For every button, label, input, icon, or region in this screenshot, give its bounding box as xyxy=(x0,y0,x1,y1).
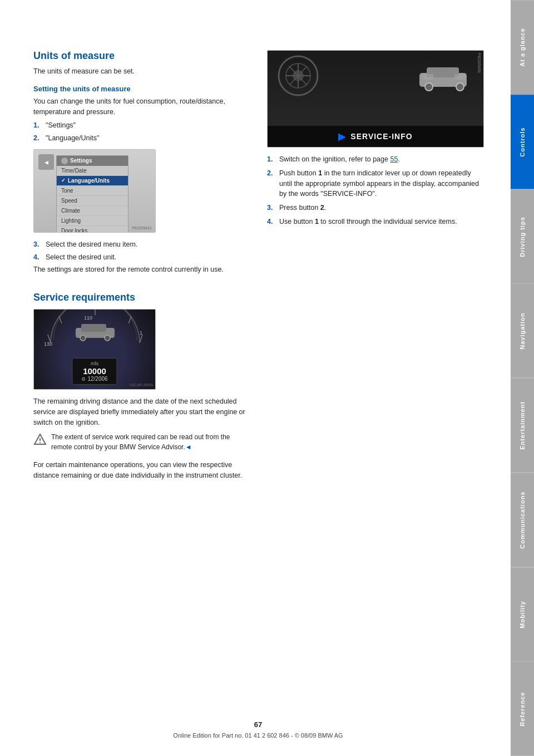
service-note-text: The extent of service work required can … xyxy=(51,432,250,452)
step-2: 2. "Language/Units" xyxy=(33,133,250,144)
sidebar-tab-mobility[interactable]: Mobility xyxy=(511,567,534,662)
service-note-box: The extent of service work required can … xyxy=(33,432,250,455)
speedo-gear-icon: ⚙ xyxy=(81,376,86,382)
service-info-arrow-icon: ▶ xyxy=(338,130,346,143)
units-of-measure-title: Units of measure xyxy=(33,50,250,62)
step-4: 4. Select the desired unit. xyxy=(33,252,250,263)
speedo-img-ref: VSCAP-450N xyxy=(129,383,153,387)
step-3: 3. Select the desired menu item. xyxy=(33,239,250,250)
units-description: You can change the units for fuel consum… xyxy=(33,96,250,117)
menu-item-speed: Speed xyxy=(57,196,128,206)
service-info-text: SERVICE-INFO xyxy=(350,132,412,141)
service-step-2: 2. Push button 1 in the turn indicator l… xyxy=(267,168,484,199)
service-info-bar: ▶ SERVICE-INFO xyxy=(268,126,483,147)
page-footer: 67 Online Edition for Part no. 01 41 2 6… xyxy=(33,720,483,739)
sidebar-tab-controls[interactable]: Controls xyxy=(511,95,534,189)
steps-1-2: 1. "Settings" 2. "Language/Units" xyxy=(33,120,250,144)
service-info-screenshot: ▶ SERVICE-INFO P82205436 xyxy=(267,50,484,148)
speedo-mls-label: mls xyxy=(81,361,107,366)
service-step-3: 3. Press button 2. xyxy=(267,203,484,213)
service-requirements-title: Service requirements xyxy=(33,292,250,303)
svg-point-14 xyxy=(39,442,41,443)
step-1: 1. "Settings" xyxy=(33,120,250,131)
steps-3-4: 3. Select the desired menu item. 4. Sele… xyxy=(33,239,250,263)
menu-item-climate: Climate xyxy=(57,206,128,216)
svg-text:1: 1 xyxy=(140,330,142,336)
note-triangle-icon xyxy=(33,433,47,446)
sidebar-tab-navigation[interactable]: Navigation xyxy=(511,283,534,378)
units-closing: The settings are stored for the remote c… xyxy=(33,264,250,275)
menu-item-timedate: Time/Date xyxy=(57,166,128,176)
sidebar-tabs: At a glance Controls Driving tips Naviga… xyxy=(511,0,534,756)
service-info-steps: 1. Switch on the ignition, refer to page… xyxy=(267,154,484,227)
menu-item-doorlocks: Door locks xyxy=(57,226,128,233)
service-info-img-ref: P82205436 xyxy=(477,53,481,73)
svg-rect-26 xyxy=(422,74,433,80)
service-closing: For certain maintenance operations, you … xyxy=(33,460,250,481)
settings-menu-header: Settings xyxy=(57,156,128,166)
svg-point-25 xyxy=(456,83,464,91)
service-description: The remaining driving distance and the d… xyxy=(33,396,250,428)
setting-units-subtitle: Setting the units of measure xyxy=(33,85,250,93)
service-speedometer-screenshot: 130 110 1 mls xyxy=(33,309,156,390)
svg-point-10 xyxy=(80,335,86,341)
service-requirements-section: Service requirements xyxy=(33,292,250,481)
sidebar-tab-communications[interactable]: Communications xyxy=(511,473,534,567)
sidebar-tab-at-a-glance[interactable]: At a glance xyxy=(511,0,534,95)
svg-point-11 xyxy=(105,335,110,341)
car-right-svg xyxy=(417,62,472,95)
svg-line-4 xyxy=(140,335,142,343)
speedo-date: 12/2006 xyxy=(87,376,107,382)
svg-rect-9 xyxy=(81,324,106,332)
menu-item-tone: Tone xyxy=(57,186,128,196)
menu-item-lighting: Lighting xyxy=(57,216,128,226)
sidebar-tab-reference[interactable]: Reference xyxy=(511,661,534,756)
page-number: 67 xyxy=(33,720,483,729)
menu-item-language: ✓ Language/Units xyxy=(57,176,128,186)
page-55-link[interactable]: 55 xyxy=(390,155,398,163)
service-step-4: 4. Use button 1 to scroll through the in… xyxy=(267,217,484,227)
units-intro: The units of measure can be set. xyxy=(33,66,250,77)
settings-menu-box: Settings Time/Date ✓ Language/Units Tone… xyxy=(56,155,128,233)
sidebar-tab-entertainment[interactable]: Entertainment xyxy=(511,378,534,473)
svg-point-24 xyxy=(425,83,433,91)
page-footnote: Online Edition for Part no. 01 41 2 602 … xyxy=(173,732,343,739)
svg-rect-27 xyxy=(454,74,466,80)
speedo-value: 10000 xyxy=(81,366,107,376)
car-icon-svg xyxy=(73,320,117,342)
svg-text:130: 130 xyxy=(44,341,52,347)
settings-menu-screenshot: ◂ Settings Time/Date ✓ Language/Units xyxy=(33,149,156,233)
sidebar-tab-driving-tips[interactable]: Driving tips xyxy=(511,189,534,284)
service-step-1: 1. Switch on the ignition, refer to page… xyxy=(267,154,484,165)
wheel-svg xyxy=(270,53,326,98)
sidebar: At a glance Controls Driving tips Naviga… xyxy=(511,0,534,756)
